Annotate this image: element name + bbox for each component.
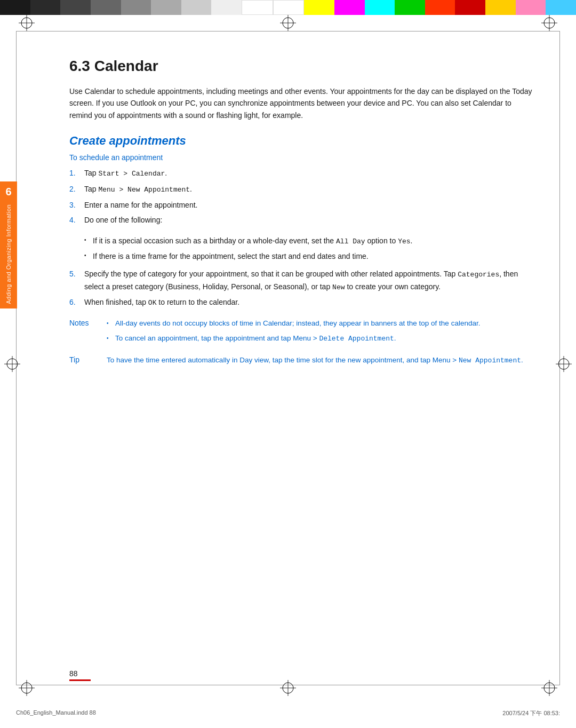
notes-content: • All-day events do not occupy blocks of… [107, 318, 533, 347]
notes-bullet-text-2: To cancel an appointment, tap the appoin… [115, 333, 533, 345]
tip-section: Tip To have the time entered automatical… [69, 354, 533, 367]
step-text-4: Do one of the following: [84, 214, 533, 226]
step-num-6: 6. [69, 296, 84, 308]
step-num-1: 1. [69, 167, 84, 179]
chapter-number: 6 [5, 186, 11, 198]
color-block-5 [121, 0, 151, 15]
section-number: 6.3 [69, 58, 90, 74]
step-text-1: Tap Start > Calendar. [84, 167, 533, 180]
step-1: 1. Tap Start > Calendar. [69, 167, 533, 180]
notes-list: • All-day events do not occupy blocks of… [107, 318, 533, 344]
step-2: 2. Tap Menu > New Appointment. [69, 183, 533, 196]
reg-mark-top-center [280, 15, 296, 31]
page-footer: 88 [69, 669, 91, 681]
color-block-18 [516, 0, 546, 15]
file-footer: Ch06_English_Manual.indd 88 2007/5/24 下午… [16, 709, 560, 717]
color-block-6 [151, 0, 181, 15]
bullet-text-1: If it is a special occasion such as a bi… [93, 235, 533, 248]
bullet-1: • If it is a special occasion such as a … [84, 235, 533, 248]
step-num-3: 3. [69, 199, 84, 211]
notes-label: Notes [69, 318, 107, 327]
reg-mark-mid-left [4, 356, 20, 372]
notes-section: Notes • All-day events do not occupy blo… [69, 318, 533, 347]
section-title: 6.3 Calendar [69, 58, 533, 75]
top-color-bar [0, 0, 576, 15]
step-text-2: Tap Menu > New Appointment. [84, 183, 533, 196]
step-5: 5. Specify the type of category for your… [69, 268, 533, 294]
date-info: 2007/5/24 下午 08:53: [502, 709, 560, 717]
reg-mark-bot-center [280, 680, 296, 696]
notes-item-2: • To cancel an appointment, tap the appo… [107, 333, 533, 345]
color-block-19 [546, 0, 576, 15]
step-4: 4. Do one of the following: [69, 214, 533, 226]
reg-mark-bot-left [19, 680, 35, 696]
color-block-17 [485, 0, 516, 15]
color-block-1 [0, 0, 30, 15]
step-text-5: Specify the type of category for your ap… [84, 268, 533, 294]
intro-paragraph: Use Calendar to schedule appointments, i… [69, 85, 533, 121]
section-name: Calendar [94, 58, 158, 74]
bullet-2: • If there is a time frame for the appoi… [84, 250, 533, 262]
color-block-9 [242, 0, 273, 15]
color-block-13 [365, 0, 395, 15]
color-block-4 [91, 0, 121, 15]
color-block-11 [304, 0, 334, 15]
color-block-15 [425, 0, 455, 15]
step-num-5: 5. [69, 268, 84, 280]
step-text-3: Enter a name for the appointment. [84, 199, 533, 211]
procedure-title: To schedule an appointment [69, 153, 533, 162]
color-block-10 [273, 0, 305, 15]
notes-item-1: • All-day events do not occupy blocks of… [107, 318, 533, 329]
notes-bullet-text-1: All-day events do not occupy blocks of t… [115, 318, 533, 329]
step-num-2: 2. [69, 183, 84, 195]
bullet-dot-2: • [84, 251, 93, 260]
color-block-2 [30, 0, 61, 15]
step-num-4: 4. [69, 214, 84, 226]
main-content: 6.3 Calendar Use Calendar to schedule ap… [69, 58, 533, 420]
color-block-14 [395, 0, 425, 15]
page-number: 88 [69, 669, 91, 678]
step-3: 3. Enter a name for the appointment. [69, 199, 533, 211]
bullet-dot-1: • [84, 236, 93, 244]
reg-mark-mid-right [556, 356, 572, 372]
steps-list-2: 5. Specify the type of category for your… [69, 268, 533, 309]
color-block-16 [455, 0, 485, 15]
reg-mark-bot-right [541, 680, 557, 696]
color-block-7 [181, 0, 212, 15]
color-block-8 [211, 0, 242, 15]
step4-bullets: • If it is a special occasion such as a … [84, 235, 533, 263]
step-6: 6. When finished, tap OK to return to th… [69, 296, 533, 309]
steps-list: 1. Tap Start > Calendar. 2. Tap Menu > N… [69, 167, 533, 226]
page-number-line [69, 679, 91, 681]
color-block-3 [60, 0, 91, 15]
notes-bullet-dot-2: • [107, 334, 115, 343]
subsection-title: Create appointments [69, 134, 533, 148]
reg-mark-top-right [541, 15, 557, 31]
color-block-12 [334, 0, 365, 15]
chapter-tab: 6 Adding and Organizing Information [0, 181, 17, 308]
tip-text: To have the time entered automatically i… [107, 354, 533, 367]
page-border-top [16, 31, 560, 31]
color-strip [0, 0, 576, 15]
chapter-title: Adding and Organizing Information [5, 204, 12, 304]
tip-label: Tip [69, 354, 107, 364]
notes-bullet-dot-1: • [107, 319, 115, 328]
step-text-6: When finished, tap OK to return to the c… [84, 296, 533, 309]
bullet-text-2: If there is a time frame for the appoint… [93, 250, 533, 262]
reg-mark-top-left [19, 15, 35, 31]
file-info: Ch06_English_Manual.indd 88 [16, 709, 96, 717]
